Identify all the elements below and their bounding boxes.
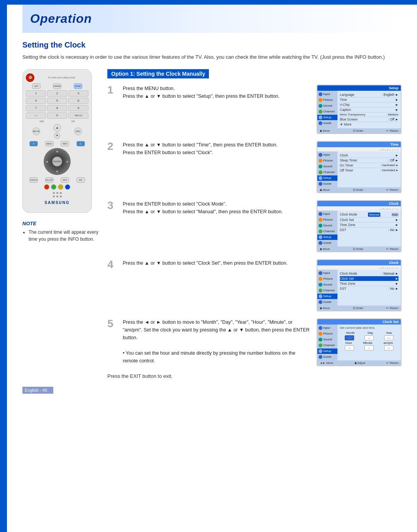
time-values-row: -- -- -- bbox=[340, 345, 398, 350]
header-section: Operation bbox=[22, 5, 402, 33]
chlist-button[interactable]: CH.LIST bbox=[45, 177, 54, 183]
tv-main-clockset: Set current date and time. Month Day Yea… bbox=[337, 325, 401, 360]
aspect-button[interactable]: A bbox=[29, 141, 38, 146]
step-5-number: 5 bbox=[107, 318, 117, 329]
ch-label: CH bbox=[71, 120, 75, 122]
tv-screen-clock-title: Clock bbox=[317, 201, 401, 206]
ch-down-button[interactable]: ▼ bbox=[54, 133, 60, 139]
tv-sidebar-clockset: Input Picture Sound bbox=[317, 325, 337, 360]
left-column: ⏻ TV STB VCR CABLE DVD ANT P.MODE MODE 1… bbox=[22, 69, 100, 379]
color-buttons bbox=[44, 184, 70, 190]
num-btn-2[interactable]: 2 bbox=[47, 90, 67, 97]
tv-sidebar-guide-2: Guide bbox=[317, 181, 337, 187]
tv-sidebar-guide-5: Guide bbox=[317, 354, 337, 360]
input-icon-2 bbox=[319, 153, 322, 157]
remote-control: ⏻ TV STB VCR CABLE DVD ANT P.MODE MODE 1… bbox=[22, 69, 92, 213]
main-layout: ⏻ TV STB VCR CABLE DVD ANT P.MODE MODE 1… bbox=[22, 69, 402, 379]
sound-icon-5 bbox=[319, 338, 322, 342]
step-3-text: Press the ENTER button to select "Clock … bbox=[123, 200, 310, 216]
note-box: NOTE The current time will appear every … bbox=[22, 221, 100, 243]
section-title: Setting the Clock bbox=[22, 41, 402, 49]
enter-button[interactable]: ENTER bbox=[52, 156, 62, 167]
step-2-text: Press the ▲ or ▼ button to select "Time"… bbox=[123, 141, 310, 156]
page-number-bar: English - 40 bbox=[22, 387, 53, 394]
tv-sidebar-setup-2: Setup bbox=[317, 175, 337, 181]
setup-icon-3 bbox=[319, 235, 322, 239]
tv-date-line-2: -- / -- / -- -- : -- bbox=[317, 206, 401, 211]
sound-icon-2 bbox=[319, 165, 322, 168]
pip-button[interactable]: PIP bbox=[76, 177, 85, 183]
right-column: Option 1: Setting the Clock Manually 1 P… bbox=[107, 69, 402, 379]
dots-decoration-2 bbox=[53, 195, 62, 197]
tv-date-line: -- / -- / -- -- : -- bbox=[317, 147, 401, 151]
num-btn-8[interactable]: 8 bbox=[47, 105, 67, 111]
num-btn-3[interactable]: 3 bbox=[68, 90, 88, 97]
mute-button[interactable]: MUTE bbox=[32, 127, 40, 135]
tv-sidebar-time: Input Picture Sound bbox=[317, 151, 337, 187]
guide-button[interactable]: G bbox=[76, 141, 85, 146]
tv-screen-setup: Setup Input Picture bbox=[317, 85, 402, 134]
tv-main-setup: Language: English ► Time► V-Chip► Captio… bbox=[337, 91, 401, 128]
source-labels: TV STB VCR CABLE DVD bbox=[34, 76, 88, 79]
tv-sidebar-channel-5: Channel bbox=[317, 343, 337, 348]
num-btn-9[interactable]: 9 bbox=[68, 105, 88, 111]
option-title: Option 1: Setting the Clock Manually bbox=[107, 69, 209, 78]
num-btn-dash[interactable]: — bbox=[26, 112, 46, 119]
tv-sidebar-input-2: Input bbox=[317, 152, 337, 158]
favch-button[interactable]: FAV/CH bbox=[29, 177, 38, 183]
mts-button[interactable]: MTS bbox=[61, 177, 69, 183]
dots-decoration bbox=[53, 192, 62, 194]
page-title: Operation bbox=[30, 12, 394, 26]
nav-up-arrow: ▲ bbox=[56, 150, 59, 153]
step-4-text: Press the ▲ or ▼ button to select "Clock… bbox=[123, 259, 310, 267]
clockset-label: Set current date and time. bbox=[340, 326, 398, 330]
note-item-1: The current time will appear every time … bbox=[29, 229, 100, 243]
info-button[interactable]: INFO bbox=[61, 141, 69, 146]
tv-main-time: Clock► Sleep Timer: Off ► On Timer: Inac… bbox=[337, 151, 401, 187]
channel-icon-4 bbox=[319, 289, 322, 292]
num-btn-5[interactable]: 5 bbox=[47, 98, 67, 104]
picture-icon-4 bbox=[319, 277, 322, 281]
input-icon bbox=[319, 92, 322, 96]
tv-sidebar-input-3: Input bbox=[317, 211, 337, 217]
tv-sidebar-clock: Input Picture Sound bbox=[317, 211, 337, 246]
tv-screen-clock: Clock -- / -- / -- -- : -- Input Picture bbox=[317, 200, 402, 252]
num-btn-1[interactable]: 1 bbox=[26, 90, 46, 97]
tv-sidebar-input: Input bbox=[317, 92, 337, 97]
top-accent-bar bbox=[0, 0, 417, 5]
yellow-button[interactable] bbox=[58, 184, 63, 190]
green-button[interactable] bbox=[51, 184, 56, 190]
channel-icon bbox=[319, 110, 322, 114]
tv-sidebar-sound-5: Sound bbox=[317, 337, 337, 342]
navigation-circle[interactable]: ▲ ▼ ◄ ► ENTER bbox=[44, 148, 71, 175]
antenna-button[interactable]: ANT bbox=[32, 83, 41, 89]
vol-label: VOL bbox=[39, 120, 44, 122]
blue-button[interactable] bbox=[65, 184, 70, 190]
vol-up-button[interactable]: ▲ bbox=[53, 124, 61, 132]
power-button[interactable]: ⏻ bbox=[26, 73, 34, 82]
tv-sidebar-guide-3: Guide bbox=[317, 240, 337, 246]
mode-button[interactable]: MODE bbox=[74, 83, 82, 89]
tv-sidebar-channel-2: Channel bbox=[317, 170, 337, 175]
num-btn-prech[interactable]: PRE-CH bbox=[68, 112, 88, 119]
num-btn-6[interactable]: 6 bbox=[68, 98, 88, 104]
time-labels-row: Hour Minute am/pm bbox=[340, 341, 398, 345]
guide-icon-3 bbox=[319, 241, 322, 245]
tv-sidebar-picture-2: Picture bbox=[317, 158, 337, 163]
tv-sidebar-picture-3: Picture bbox=[317, 217, 337, 223]
tv-sidebar-clock2: Input Picture Sound bbox=[317, 270, 337, 306]
channel-icon-5 bbox=[319, 343, 322, 347]
num-btn-4[interactable]: 4 bbox=[26, 98, 46, 104]
note-title: NOTE bbox=[22, 221, 100, 226]
num-btn-0[interactable]: 0 bbox=[47, 112, 67, 119]
num-btn-7[interactable]: 7 bbox=[26, 105, 46, 111]
source-button[interactable]: SRC bbox=[74, 127, 82, 135]
guide-icon bbox=[319, 121, 322, 125]
pmode-button[interactable]: P.MODE bbox=[53, 83, 61, 89]
menu-button[interactable]: MENU bbox=[45, 141, 54, 146]
tv-sidebar-setup-5: Setup bbox=[317, 348, 337, 354]
red-button[interactable] bbox=[44, 184, 49, 190]
tv-sidebar-channel-4: Channel bbox=[317, 288, 337, 293]
step-2-row: 2 Press the ▲ or ▼ button to select "Tim… bbox=[107, 141, 402, 193]
tv-sidebar-setup-4: Setup bbox=[317, 294, 337, 299]
